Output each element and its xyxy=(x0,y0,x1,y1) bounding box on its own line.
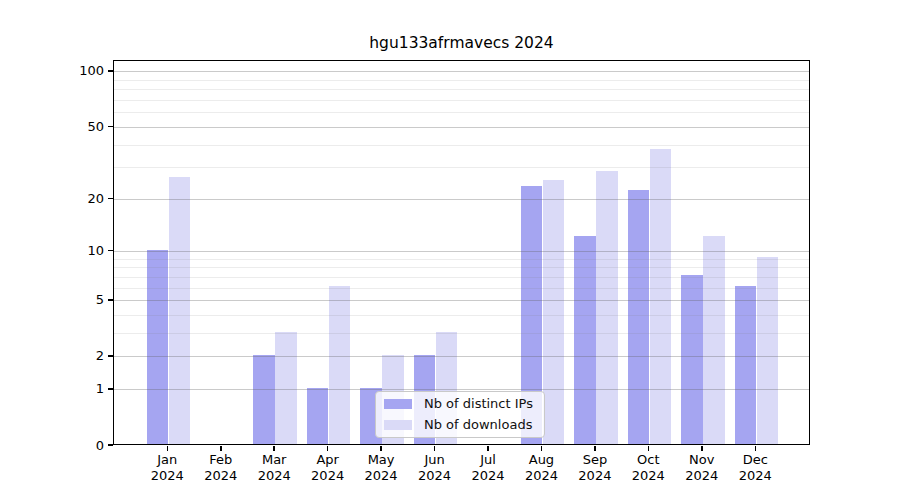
gridline-minor-3 xyxy=(114,333,809,334)
gridline-major-2 xyxy=(114,356,809,357)
plot-area xyxy=(113,60,810,445)
bar-nb-of-downloads-mar-2024 xyxy=(275,332,297,444)
legend: Nb of distinct IPs Nb of downloads xyxy=(375,391,545,438)
bar-nb-of-distinct-ips-jan-2024 xyxy=(147,250,169,444)
gridline-minor-8 xyxy=(114,267,809,268)
x-axis-tick-mark xyxy=(327,446,329,451)
figure: hgu133afrmavecs 2024 Nb of distinct IPs … xyxy=(0,0,900,500)
legend-item-distinct-ips: Nb of distinct IPs xyxy=(384,395,537,412)
x-axis-tick-mark xyxy=(220,446,222,451)
bar-nb-of-downloads-oct-2024 xyxy=(650,149,672,444)
y-axis-tick-mark xyxy=(108,198,113,200)
bar-nb-of-distinct-ips-mar-2024 xyxy=(253,355,275,444)
gridline-minor-6 xyxy=(114,288,809,289)
x-axis-tick-mark xyxy=(273,446,275,451)
x-axis-tick-mark xyxy=(701,446,703,451)
y-axis-tick-label-5: 5 xyxy=(0,292,104,307)
gridline-major-10 xyxy=(114,251,809,252)
gridline-minor-80 xyxy=(114,89,809,90)
y-axis-tick-mark xyxy=(108,250,113,252)
y-axis-tick-label-50: 50 xyxy=(0,119,104,134)
legend-label-distinct-ips: Nb of distinct IPs xyxy=(424,396,533,411)
y-axis-tick-mark xyxy=(108,444,113,446)
bar-nb-of-downloads-jan-2024 xyxy=(169,177,191,444)
bar-nb-of-distinct-ips-oct-2024 xyxy=(628,190,650,444)
gridline-minor-30 xyxy=(114,167,809,168)
x-axis-tick-mark xyxy=(648,446,650,451)
y-axis-tick-mark xyxy=(108,388,113,390)
bar-nb-of-downloads-apr-2024 xyxy=(329,286,351,444)
gridline-minor-60 xyxy=(114,112,809,113)
bar-nb-of-distinct-ips-apr-2024 xyxy=(307,388,329,444)
gridline-major-100 xyxy=(114,71,809,72)
x-axis-tick-mark xyxy=(434,446,436,451)
y-axis-tick-mark xyxy=(108,299,113,301)
legend-swatch-downloads xyxy=(384,420,412,430)
y-axis-tick-label-0: 0 xyxy=(0,438,104,453)
legend-item-downloads: Nb of downloads xyxy=(384,416,537,433)
gridline-major-20 xyxy=(114,199,809,200)
bar-nb-of-downloads-dec-2024 xyxy=(757,257,779,444)
chart-title: hgu133afrmavecs 2024 xyxy=(113,34,810,53)
bar-nb-of-downloads-aug-2024 xyxy=(543,180,565,444)
y-axis-tick-mark xyxy=(108,126,113,128)
y-axis-tick-mark xyxy=(108,70,113,72)
gridline-major-50 xyxy=(114,127,809,128)
gridline-minor-9 xyxy=(114,259,809,260)
gridline-major-5 xyxy=(114,300,809,301)
y-axis-tick-label-2: 2 xyxy=(0,348,104,363)
y-axis-tick-label-1: 1 xyxy=(0,381,104,396)
gridline-minor-4 xyxy=(114,315,809,316)
x-axis-tick-mark xyxy=(755,446,757,451)
gridline-minor-90 xyxy=(114,80,809,81)
x-axis-tick-mark xyxy=(380,446,382,451)
legend-swatch-distinct-ips xyxy=(384,399,412,409)
y-axis-tick-label-10: 10 xyxy=(0,243,104,258)
y-axis-tick-mark xyxy=(108,355,113,357)
legend-label-downloads: Nb of downloads xyxy=(424,417,532,432)
y-axis-tick-label-20: 20 xyxy=(0,191,104,206)
x-axis-tick-label-dec-2024: Dec2024 xyxy=(715,452,795,483)
x-axis-tick-mark xyxy=(541,446,543,451)
x-axis-tick-mark xyxy=(594,446,596,451)
gridline-minor-70 xyxy=(114,100,809,101)
gridline-minor-40 xyxy=(114,145,809,146)
x-axis-tick-mark xyxy=(487,446,489,451)
x-axis-tick-mark xyxy=(167,446,169,451)
y-axis-tick-label-100: 100 xyxy=(0,63,104,78)
bar-nb-of-downloads-sep-2024 xyxy=(596,171,618,444)
bar-nb-of-distinct-ips-dec-2024 xyxy=(735,286,757,444)
gridline-minor-7 xyxy=(114,277,809,278)
